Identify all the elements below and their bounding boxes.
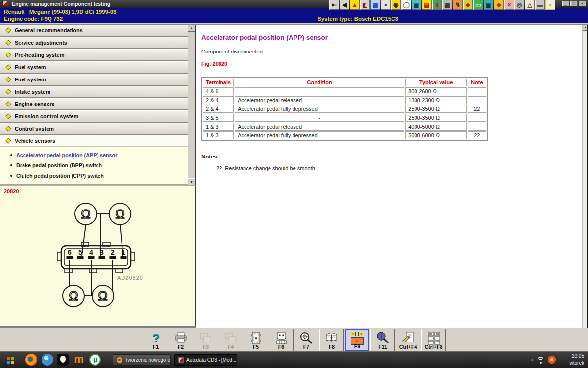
sidebar-item-control-system[interactable]: Control system [0, 123, 188, 135]
cell-condition: Accelerator pedal fully depressed [235, 105, 404, 113]
sidebar-item-fuel-system-1[interactable]: Fuel system [0, 61, 188, 74]
start-button[interactable] [7, 357, 14, 364]
table-row: 2 & 4 Accelerator pedal released 1300-23… [203, 96, 486, 104]
thunderbird-icon[interactable] [42, 354, 53, 366]
task-firefox-window[interactable]: Tworzenie nowego te... [113, 354, 171, 366]
f9-values-button[interactable]: 2 3 6 F9 [345, 329, 369, 351]
hub-icon[interactable]: ◎ [514, 0, 524, 10]
tray-expand-icon[interactable]: ‹ [531, 356, 533, 363]
figure-reference[interactable]: Fig. 20820 [201, 61, 588, 67]
camera-icon[interactable]: ▣ [484, 0, 493, 10]
extra-icon[interactable]: ▫ [545, 0, 555, 10]
firefox-icon [117, 357, 122, 363]
copy-icon [194, 330, 218, 345]
spark-plug-icon[interactable]: ↯ [453, 0, 463, 10]
subitem-app-sensor[interactable]: Accelerator pedal position (APP) sensor [0, 150, 188, 160]
sidebar-item-intake-system[interactable]: Intake system [0, 86, 188, 98]
sidebar-item-emission-control-system[interactable]: Emission control system [0, 110, 188, 123]
subitem-cpp-switch[interactable]: Clutch pedal position (CPP) switch [0, 170, 188, 181]
col-terminals: Terminals [203, 79, 234, 86]
vehicle-icon[interactable]: ▬ [535, 0, 545, 10]
subitem-ifs-switch[interactable]: Inertia fuel shut-off (IFS) switch [0, 181, 188, 185]
engine-code: Engine code: F9Q 732 [4, 16, 63, 22]
pin-label: 6 [68, 248, 72, 256]
instruments-icon[interactable]: ▣ [412, 0, 421, 10]
ohmmeter-symbol: Ω [69, 289, 78, 303]
f2-print-button[interactable]: F2 [169, 329, 193, 351]
ctrl-f8-lists-button[interactable]: Ctrl+F8 [421, 329, 446, 351]
sidebar-item-engine-sensors[interactable]: Engine sensors [0, 98, 188, 110]
magnifier-flag-icon [371, 330, 394, 345]
miranda-icon[interactable]: m [73, 354, 85, 366]
battery-icon[interactable]: ▤ [422, 0, 432, 10]
turbo-icon[interactable]: ● [381, 0, 391, 10]
f5-component-button[interactable]: F5 [244, 329, 268, 351]
service-icon[interactable]: ◈ [494, 0, 504, 10]
sidebar-item-vehicle-sensors[interactable]: Vehicle sensors [0, 135, 188, 147]
sidebar-item-service-adjustments[interactable]: Service adjustments [0, 37, 188, 49]
subitem-bpp-switch[interactable]: Brake pedal position (BPP) switch [0, 160, 188, 170]
alien-player-icon[interactable] [57, 354, 69, 366]
ctrl-f4-edit-button[interactable]: Ctrl+F4 [396, 329, 420, 351]
radio-icon[interactable]: ▦ [442, 0, 452, 10]
pin-label: 3 [100, 248, 104, 256]
close-button[interactable]: × [579, 1, 586, 6]
panel-icon[interactable]: ▭ [473, 0, 483, 10]
f7-locate-button[interactable]: F7 [294, 329, 318, 351]
diamond-icon [5, 89, 11, 94]
cell-note [468, 87, 486, 95]
warning-icon[interactable]: ▲ [350, 0, 360, 10]
door-icon[interactable]: ▮ [432, 0, 442, 10]
bullet-icon [10, 164, 12, 166]
printer-icon [169, 330, 193, 345]
note-22: 22. Resistance change should be smooth. [216, 165, 588, 171]
f4-button[interactable]: F4 [219, 329, 243, 351]
minimize-button[interactable]: _ [562, 1, 569, 6]
cell-terminals: 2 & 4 [203, 105, 234, 113]
sidebar-item-pre-heating-system[interactable]: Pre-heating system [0, 49, 188, 61]
tyre-icon[interactable]: ◯ [401, 0, 411, 10]
copy-icon [219, 330, 243, 345]
bullet-icon [10, 175, 12, 177]
scrollbar-thumb[interactable] [188, 32, 195, 178]
f1-help-button[interactable]: ? F1 [144, 329, 168, 351]
utorrent-icon[interactable]: µ [89, 354, 101, 366]
vehicle-title: Renault Megane (99-03) 1,9D dCi 1999-03 [4, 9, 116, 15]
f3-button[interactable]: F3 [194, 329, 218, 351]
diamond-icon [5, 113, 11, 119]
bullet-icon [10, 154, 12, 156]
cell-condition: - [235, 87, 404, 95]
autodata-icon [178, 357, 184, 363]
gauge-icon[interactable]: ◧ [360, 0, 370, 10]
sidebar-item-label: Engine sensors [15, 101, 55, 107]
sidebar-item-general-recommendations[interactable]: General recommendations [0, 25, 188, 37]
diamond-icon [5, 77, 11, 82]
taskbar-clock[interactable]: 20:05 wtorek [570, 353, 584, 367]
sidebar-item-label: Fuel system [15, 64, 46, 70]
wheel-icon[interactable]: ◉ [391, 0, 401, 10]
cell-note: 22 [468, 105, 486, 113]
tray-app-icon[interactable] [548, 356, 556, 364]
figure-pane: 20820 [0, 185, 196, 326]
hazard-icon[interactable]: △ [525, 0, 535, 10]
restore-button[interactable]: □ [570, 1, 578, 6]
f6-connector-button[interactable]: F6 [269, 329, 294, 351]
engine-management-icon[interactable]: ▦ [370, 0, 380, 10]
delete-icon[interactable]: × [504, 0, 514, 10]
nav-first-icon[interactable]: ⇤ [329, 0, 339, 10]
f8-manual-button[interactable]: F8 [319, 329, 344, 351]
sidebar-item-fuel-system-2[interactable]: Fuel system [0, 74, 188, 86]
task-autodata-window[interactable]: Autodata CD3 - [Mod... [174, 354, 237, 366]
scroll-up-icon[interactable]: ▲ [188, 25, 195, 32]
firefox-icon[interactable] [25, 354, 37, 366]
sidebar-item-label: Vehicle sensors [15, 138, 55, 144]
component-icon[interactable]: ◆ [463, 0, 473, 10]
cell-terminals: 1 & 3 [203, 123, 234, 131]
table-row: 4 & 6 - 800-2600 Ω [203, 87, 486, 95]
scroll-down-icon[interactable]: ▼ [188, 178, 195, 185]
table-row: 3 & 5 - 2500-3500 Ω [203, 114, 486, 122]
sidebar-scrollbar[interactable]: ▲ ▼ [188, 25, 195, 185]
nav-back-icon[interactable]: ◀ [340, 0, 349, 10]
wifi-icon[interactable] [536, 357, 545, 364]
f11-search-button[interactable]: F11 [370, 329, 395, 351]
